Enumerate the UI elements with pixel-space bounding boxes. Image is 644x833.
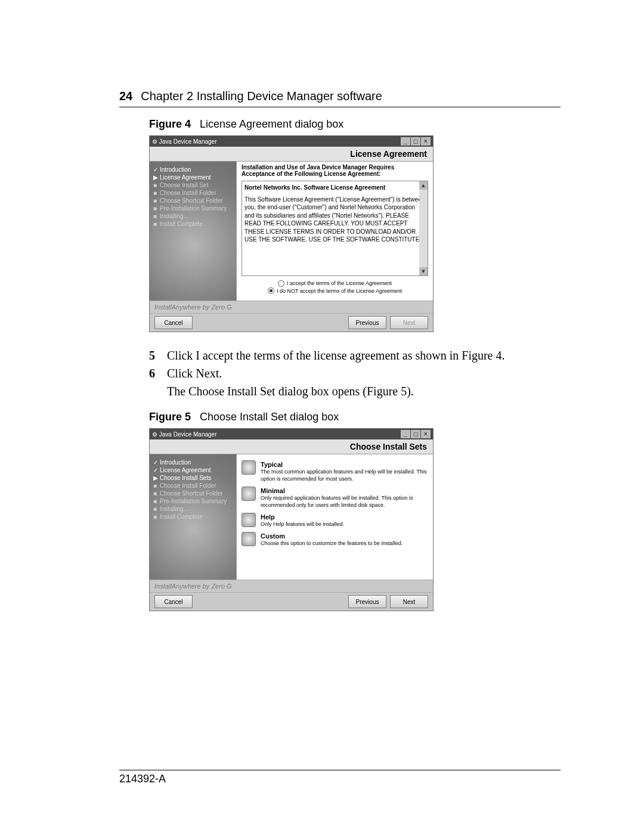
figure4-installer-window: ⚙ Java Device Manager _ ▢ ✕ License Agre… (149, 135, 434, 332)
close-icon[interactable]: ✕ (421, 430, 431, 438)
sidebar-item: Choose Shortcut Folder (160, 197, 223, 204)
option-icon (242, 532, 256, 546)
accept-radios: I accept the terms of the License Agreem… (242, 280, 428, 295)
sidebar-item: Installing... (160, 213, 188, 219)
radio-accept[interactable] (278, 280, 284, 287)
sidebar-item: License Agreement (160, 174, 211, 181)
sidebar-item: Pre-Installation Summary (160, 498, 227, 504)
install-set-option[interactable]: HelpOnly Help features will be installed… (242, 513, 428, 528)
previous-button[interactable]: Previous (348, 316, 386, 329)
page-number: 24 (119, 89, 132, 103)
option-icon (242, 460, 256, 475)
bottom-bar: InstallAnywhere by Zero G (150, 580, 433, 592)
option-desc: Only required application features will … (261, 495, 428, 509)
step-6b: The Choose Install Set dialog box opens … (167, 382, 414, 400)
installanywhere-label: InstallAnywhere by Zero G (154, 304, 232, 311)
cancel-button[interactable]: Cancel (154, 595, 193, 608)
sidebar-item: Choose Install Set (160, 182, 208, 188)
banner-title: Choose Install Sets (150, 439, 433, 454)
option-desc: The most common application features and… (261, 469, 428, 482)
sidebar-item: Choose Install Folder (160, 190, 216, 196)
installanywhere-label: InstallAnywhere by Zero G (154, 583, 232, 590)
option-desc: Only Help features will be installed. (261, 521, 344, 528)
instruction-text: 5Click I accept the terms of the license… (149, 346, 561, 400)
sidebar-item: Pre-Installation Summary (160, 205, 227, 212)
scroll-down-icon[interactable]: ▼ (419, 267, 428, 275)
option-name: Typical (261, 460, 428, 469)
install-set-option[interactable]: MinimalOnly required application feature… (242, 487, 428, 509)
close-icon[interactable]: ✕ (421, 137, 431, 145)
license-title: Nortel Networks Inc. Software License Ag… (244, 184, 425, 192)
radio-accept-label: I accept the terms of the License Agreem… (287, 280, 392, 287)
license-body: This Software License Agreement ("Licens… (244, 196, 425, 244)
sidebar-item: Choose Shortcut Folder (160, 490, 223, 497)
sidebar-item: Installing... (160, 506, 188, 512)
scroll-up-icon[interactable]: ▲ (419, 181, 428, 190)
option-name: Help (261, 513, 344, 521)
license-intro: Installation and Use of Java Device Mana… (242, 164, 428, 177)
install-set-option[interactable]: CustomChoose this option to customize th… (242, 532, 428, 547)
titlebar: ⚙ Java Device Manager _ ▢ ✕ (150, 429, 433, 439)
page-header: 24Chapter 2 Installing Device Manager so… (119, 89, 561, 103)
scrollbar[interactable]: ▲ ▼ (419, 181, 428, 275)
titlebar: ⚙ Java Device Manager _ ▢ ✕ (150, 136, 433, 147)
radio-reject-label: I do NOT accept the terms of the License… (277, 287, 402, 295)
install-set-option[interactable]: TypicalThe most common application featu… (242, 460, 428, 483)
radio-reject[interactable] (268, 287, 274, 294)
window-title: Java Device Manager (159, 138, 217, 145)
option-name: Custom (261, 532, 402, 540)
option-icon (242, 513, 256, 527)
page-footer: 214392-A (119, 770, 561, 785)
minimize-icon[interactable]: _ (401, 430, 410, 438)
step-5: Click I accept the terms of the license … (167, 346, 504, 364)
next-button[interactable]: Next (390, 595, 428, 608)
banner-title: License Agreement (150, 147, 433, 162)
document-id: 214392-A (119, 773, 561, 785)
sidebar-item: Introduction (160, 459, 191, 466)
sidebar-item: Install Complete (160, 513, 203, 520)
license-text-box[interactable]: Nortel Networks Inc. Software License Ag… (242, 181, 428, 276)
figure5-installer-window: ⚙ Java Device Manager _ ▢ ✕ Choose Insta… (149, 428, 434, 611)
step-6a: Click Next. (167, 364, 222, 382)
step-sidebar: ✓Introduction ✓License Agreement ▶Choose… (150, 454, 236, 580)
previous-button[interactable]: Previous (348, 595, 386, 608)
sidebar-item: Choose Install Folder (160, 482, 216, 489)
option-desc: Choose this option to customize the feat… (261, 540, 402, 547)
option-icon (242, 487, 256, 501)
cancel-button[interactable]: Cancel (154, 316, 193, 329)
sidebar-item: Install Complete (160, 221, 203, 227)
chapter-title: Chapter 2 Installing Device Manager soft… (141, 89, 382, 103)
minimize-icon[interactable]: _ (401, 137, 410, 145)
maximize-icon[interactable]: ▢ (411, 430, 420, 438)
maximize-icon[interactable]: ▢ (411, 137, 420, 145)
sidebar-item: Choose Install Sets (160, 475, 211, 481)
header-rule (119, 107, 561, 107)
sidebar-item: Introduction (160, 166, 191, 173)
window-title: Java Device Manager (159, 431, 217, 438)
option-name: Minimal (261, 487, 428, 495)
figure4-caption: Figure 4 License Agreement dialog box (149, 118, 561, 131)
sidebar-item: License Agreement (160, 467, 211, 473)
bottom-bar: InstallAnywhere by Zero G (150, 301, 433, 313)
step-sidebar: ✓Introduction ▶License Agreement ■Choose… (150, 162, 236, 301)
figure5-caption: Figure 5 Choose Install Set dialog box (149, 411, 561, 423)
next-button[interactable]: Next (390, 316, 428, 329)
